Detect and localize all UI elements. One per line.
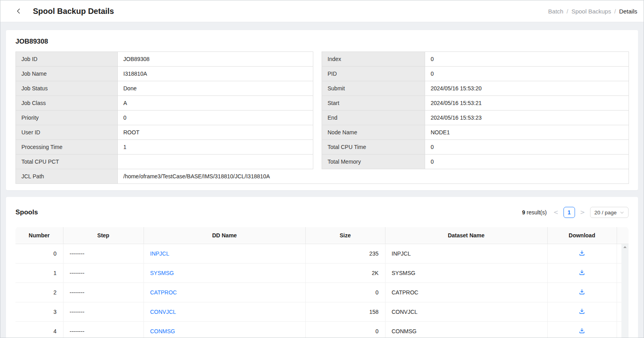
detail-value: JOB89308 [118, 52, 313, 67]
detail-value: ROOT [118, 125, 313, 140]
cell-dd-name: SYSMSG [144, 263, 305, 283]
cell-dd-name: CONVJCL [144, 302, 305, 321]
dd-name-link[interactable]: CONMSG [150, 328, 175, 334]
cell-download [547, 283, 617, 302]
download-icon [579, 289, 585, 295]
result-count: 9 result(s) [522, 209, 546, 216]
breadcrumb-item-spool-backups[interactable]: Spool Backups [571, 8, 611, 15]
detail-label: Start [322, 96, 425, 111]
detail-label: Job Class [16, 96, 118, 111]
scroll-up-arrow-icon [623, 246, 627, 248]
column-header-step: Step [63, 227, 144, 244]
dd-name-link[interactable]: SYSMSG [150, 270, 174, 276]
cell-step: -------- [63, 244, 144, 263]
job-details-table: Job IDJOB89308Index0Job NameI318810APID0… [15, 52, 629, 184]
breadcrumb: Batch / Spool Backups / Details [548, 8, 637, 15]
column-gap [313, 111, 322, 125]
detail-row: Total CPU PCTTotal Memory0 [16, 155, 629, 169]
detail-value: Done [118, 81, 313, 96]
detail-row: Job IDJOB89308Index0 [16, 52, 629, 67]
detail-label: Job Status [16, 81, 118, 96]
cell-size: 2K [305, 263, 385, 283]
detail-value: 0 [425, 140, 629, 155]
detail-label: User ID [16, 125, 118, 140]
chevron-left-icon [15, 8, 22, 14]
detail-label: Index [322, 52, 425, 67]
spools-table: NumberStepDD NameSizeDataset NameDownloa… [15, 227, 629, 338]
download-button[interactable] [576, 287, 588, 298]
detail-label: Total CPU Time [322, 140, 425, 155]
breadcrumb-separator: / [614, 8, 616, 15]
download-button[interactable] [576, 307, 588, 317]
dd-name-link[interactable]: CATPROC [150, 289, 177, 296]
pagination-next-button[interactable]: > [579, 207, 586, 218]
cell-size: 235 [305, 244, 385, 263]
column-gap [313, 125, 322, 140]
spools-table-header-row: NumberStepDD NameSizeDataset NameDownloa… [15, 227, 629, 244]
dd-name-link[interactable]: INPJCL [150, 250, 169, 257]
column-gap [313, 81, 322, 96]
detail-value: NODE1 [425, 125, 629, 140]
table-scrollbar[interactable] [621, 244, 629, 338]
download-button[interactable] [576, 268, 588, 278]
detail-value: A [118, 96, 313, 111]
detail-label: Job Name [16, 67, 118, 81]
detail-row: JCL Path/home/oframe3/TestCase/BASE/IMS/… [16, 169, 629, 184]
download-icon [579, 328, 585, 334]
cell-size: 0 [305, 321, 385, 338]
column-header-gutter [617, 227, 629, 244]
detail-row: Processing Time1Total CPU Time0 [16, 140, 629, 155]
column-gap [313, 52, 322, 67]
cell-download [547, 321, 617, 338]
topbar: Spool Backup Details Batch / Spool Backu… [0, 0, 644, 22]
download-icon [579, 269, 585, 275]
breadcrumb-item-details: Details [619, 8, 637, 15]
cell-download [547, 302, 617, 321]
spools-table-wrap: NumberStepDD NameSizeDataset NameDownloa… [15, 227, 629, 338]
job-details-title: JOB89308 [15, 37, 629, 46]
breadcrumb-separator: / [567, 8, 568, 15]
cell-number: 3 [15, 302, 63, 321]
cell-dd-name: CATPROC [144, 283, 305, 302]
cell-dataset-name: INPJCL [385, 244, 547, 263]
page-title: Spool Backup Details [33, 7, 114, 16]
detail-label: Job ID [16, 52, 118, 67]
dd-name-link[interactable]: CONVJCL [150, 309, 176, 315]
detail-value: 0 [425, 155, 629, 169]
detail-value: 1 [118, 140, 313, 155]
cell-number: 4 [15, 321, 63, 338]
detail-label: Total CPU PCT [16, 155, 118, 169]
cell-size: 0 [305, 283, 385, 302]
column-header-number: Number [15, 227, 63, 244]
spools-title: Spools [15, 208, 38, 217]
download-icon [579, 250, 585, 256]
breadcrumb-item-batch[interactable]: Batch [548, 8, 563, 15]
chevron-down-icon [620, 210, 624, 215]
detail-label: End [322, 111, 425, 125]
download-button[interactable] [576, 248, 588, 259]
page-size-select[interactable]: 20 / page [590, 207, 629, 218]
detail-value: 2024/05/16 15:53:20 [425, 81, 629, 96]
pagination-page-1[interactable]: 1 [564, 207, 575, 218]
download-icon [579, 308, 585, 314]
download-button[interactable] [576, 326, 588, 336]
detail-row: Priority0End2024/05/16 15:53:23 [16, 111, 629, 125]
column-gap [313, 155, 322, 169]
pagination-prev-button[interactable]: < [552, 207, 560, 218]
column-header-size: Size [305, 227, 385, 244]
column-gap [313, 67, 322, 81]
detail-row: Job NameI318810APID0 [16, 67, 629, 81]
cell-number: 0 [15, 244, 63, 263]
spool-row: 1--------SYSMSG2KSYSMSG [15, 263, 629, 283]
spool-row: 0--------INPJCL235INPJCL [15, 244, 629, 263]
detail-row: Job StatusDoneSubmit2024/05/16 15:53:20 [16, 81, 629, 96]
pagination: 9 result(s) < 1 > 20 / page [522, 207, 629, 218]
detail-label: Node Name [322, 125, 425, 140]
cell-step: -------- [63, 321, 144, 338]
column-header-download: Download [547, 227, 617, 244]
cell-dataset-name: CONMSG [385, 321, 547, 338]
spools-header: Spools 9 result(s) < 1 > 20 / page [15, 206, 629, 218]
back-button[interactable] [14, 6, 23, 16]
spools-card: Spools 9 result(s) < 1 > 20 / page Numbe… [6, 197, 638, 338]
column-header-dataset-name: Dataset Name [385, 227, 547, 244]
